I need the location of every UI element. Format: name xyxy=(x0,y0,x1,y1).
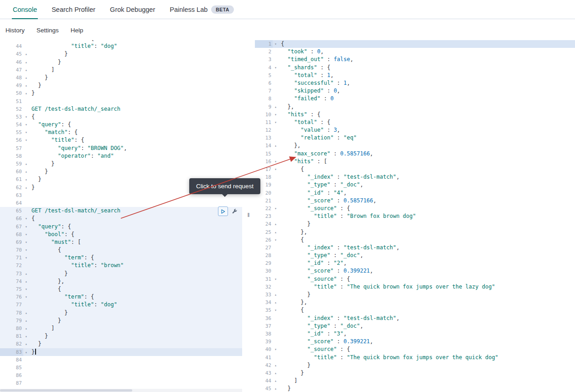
code-line-38[interactable]: 38 "_id" : "3", xyxy=(255,330,575,338)
code-line-70[interactable]: 70▾ { xyxy=(0,246,242,254)
fold-expand-icon[interactable]: ▾ xyxy=(273,165,279,173)
menu-settings[interactable]: Settings xyxy=(36,27,59,34)
code-line-17[interactable]: 17▾ { xyxy=(255,165,575,173)
fold-expand-icon[interactable]: ▾ xyxy=(273,119,279,126)
fold-expand-icon[interactable]: ▾ xyxy=(23,254,29,262)
code-line-11[interactable]: 11▾ "total" : { xyxy=(255,119,575,126)
code-line-81[interactable]: 81▴ } xyxy=(0,332,242,340)
fold-collapse-icon[interactable]: ▴ xyxy=(23,89,29,97)
fold-collapse-icon[interactable]: ▴ xyxy=(23,175,29,183)
code-line-83[interactable]: 83▴} xyxy=(0,348,242,356)
response-editor-lines[interactable]: 1▾{2 "took" : 0,3 "timed_out" : false,4▾… xyxy=(255,40,575,392)
code-line-20[interactable]: 20 "_id" : "4", xyxy=(255,189,575,197)
resize-grip-icon[interactable]: ‖ xyxy=(248,212,250,218)
fold-collapse-icon[interactable]: ▴ xyxy=(23,340,29,348)
code-line-35[interactable]: 35▾ { xyxy=(255,306,575,314)
send-request-button[interactable] xyxy=(218,206,228,216)
code-line-5[interactable]: 5 "total" : 1, xyxy=(255,72,575,79)
code-line-21[interactable]: 21 "_score" : 0.5857166, xyxy=(255,197,575,205)
code-line-12[interactable]: 12 "value" : 3, xyxy=(255,126,575,134)
fold-collapse-icon[interactable]: ▴ xyxy=(23,50,29,58)
fold-expand-icon[interactable]: ▾ xyxy=(273,40,279,48)
code-line-87[interactable]: 87 xyxy=(0,379,242,387)
code-line-40[interactable]: 40▾ "_source" : { xyxy=(255,346,575,353)
code-line-76[interactable]: 76▾ "term": { xyxy=(0,293,242,301)
horizontal-scrollbar[interactable] xyxy=(0,389,242,392)
code-line-79[interactable]: 79▴ } xyxy=(0,317,242,325)
fold-expand-icon[interactable]: ▾ xyxy=(273,158,279,165)
fold-collapse-icon[interactable]: ▴ xyxy=(273,369,279,377)
code-line-44[interactable]: 44 "title": "dog" xyxy=(0,42,242,50)
code-line-59[interactable]: 59▴ } xyxy=(0,160,242,168)
fold-expand-icon[interactable]: ▾ xyxy=(273,306,279,314)
code-line-82[interactable]: 82▴ } xyxy=(0,340,242,348)
fold-collapse-icon[interactable]: ▴ xyxy=(23,58,29,66)
code-line-67[interactable]: 67▾ "query": { xyxy=(0,223,242,231)
fold-expand-icon[interactable]: ▾ xyxy=(273,111,279,119)
fold-collapse-icon[interactable]: ▴ xyxy=(273,377,279,385)
code-line-54[interactable]: 54▾ "query": { xyxy=(0,121,242,129)
fold-expand-icon[interactable]: ▾ xyxy=(273,275,279,283)
code-line-74[interactable]: 74▴ }, xyxy=(0,278,242,285)
code-line-66[interactable]: 66▾{ xyxy=(0,215,242,222)
fold-expand-icon[interactable]: ▾ xyxy=(23,285,29,293)
code-line-58[interactable]: 58 "operator": "and" xyxy=(0,152,242,160)
code-line-45[interactable]: 45▴ } xyxy=(255,385,575,392)
code-line-52[interactable]: 52GET /test-dsl-match/_search xyxy=(0,105,242,113)
fold-expand-icon[interactable]: ▾ xyxy=(273,236,279,244)
fold-collapse-icon[interactable]: ▴ xyxy=(23,270,29,278)
code-line-6[interactable]: 6 "successful" : 1, xyxy=(255,79,575,87)
code-line-9[interactable]: 9▴ }, xyxy=(255,103,575,111)
request-editor-lines[interactable]: 43▾ "term": {44 "title": "dog"45▴ }46▴ }… xyxy=(0,40,242,392)
fold-collapse-icon[interactable]: ▴ xyxy=(23,278,29,285)
fold-expand-icon[interactable]: ▾ xyxy=(273,64,279,72)
code-line-33[interactable]: 33▴ } xyxy=(255,291,575,299)
code-line-30[interactable]: 30 "_score" : 0.399221, xyxy=(255,267,575,275)
menu-history[interactable]: History xyxy=(5,27,25,34)
fold-expand-icon[interactable]: ▾ xyxy=(23,231,29,238)
code-line-25[interactable]: 25▴ }, xyxy=(255,228,575,236)
code-line-50[interactable]: 50▴} xyxy=(0,89,242,97)
fold-collapse-icon[interactable]: ▴ xyxy=(273,385,279,392)
code-line-14[interactable]: 14▴ }, xyxy=(255,142,575,150)
fold-collapse-icon[interactable]: ▴ xyxy=(273,103,279,111)
fold-collapse-icon[interactable]: ▴ xyxy=(23,82,29,89)
code-line-1[interactable]: 1▾{ xyxy=(255,40,575,48)
code-line-15[interactable]: 15 "max_score" : 0.5857166, xyxy=(255,150,575,158)
code-line-41[interactable]: 41 "title" : "The quick brown fox jumps … xyxy=(255,354,575,361)
tab-console[interactable]: Console xyxy=(5,0,44,19)
code-line-4[interactable]: 4▾ "_shards" : { xyxy=(255,64,575,72)
code-line-49[interactable]: 49▴ } xyxy=(0,82,242,89)
code-line-19[interactable]: 19 "_type" : "_doc", xyxy=(255,181,575,189)
request-options-button[interactable] xyxy=(230,207,238,216)
fold-expand-icon[interactable]: ▾ xyxy=(23,215,29,222)
code-line-65[interactable]: 65GET /test-dsl-match/_search xyxy=(0,207,242,215)
fold-collapse-icon[interactable]: ▴ xyxy=(23,168,29,175)
code-line-43[interactable]: 43▴ } xyxy=(255,369,575,377)
code-line-13[interactable]: 13 "relation" : "eq" xyxy=(255,134,575,142)
fold-collapse-icon[interactable]: ▴ xyxy=(23,66,29,74)
code-line-86[interactable]: 86 xyxy=(0,371,242,379)
fold-expand-icon[interactable]: ▾ xyxy=(23,113,29,121)
code-line-31[interactable]: 31▾ "_source" : { xyxy=(255,275,575,283)
code-line-68[interactable]: 68▾ "bool": { xyxy=(0,231,242,238)
response-editor[interactable]: 1▾{2 "took" : 0,3 "timed_out" : false,4▾… xyxy=(255,40,575,392)
code-line-3[interactable]: 3 "timed_out" : false, xyxy=(255,56,575,63)
fold-collapse-icon[interactable]: ▴ xyxy=(23,160,29,168)
code-line-51[interactable]: 51 xyxy=(0,98,242,105)
code-line-77[interactable]: 77 "title": "dog" xyxy=(0,301,242,309)
code-line-7[interactable]: 7 "skipped" : 0, xyxy=(255,87,575,95)
code-line-53[interactable]: 53▾{ xyxy=(0,113,242,121)
fold-collapse-icon[interactable]: ▴ xyxy=(23,184,29,191)
code-line-48[interactable]: 48▴ } xyxy=(0,74,242,82)
code-line-60[interactable]: 60▴ } xyxy=(0,168,242,175)
code-line-29[interactable]: 29 "_id" : "2", xyxy=(255,259,575,267)
code-line-26[interactable]: 26▾ { xyxy=(255,236,575,244)
code-line-75[interactable]: 75▾ { xyxy=(0,285,242,293)
code-line-34[interactable]: 34▴ }, xyxy=(255,299,575,306)
fold-collapse-icon[interactable]: ▴ xyxy=(23,317,29,325)
code-line-71[interactable]: 71▾ "term": { xyxy=(0,254,242,262)
fold-collapse-icon[interactable]: ▴ xyxy=(273,142,279,150)
fold-expand-icon[interactable]: ▾ xyxy=(23,238,29,246)
fold-collapse-icon[interactable]: ▴ xyxy=(23,309,29,317)
